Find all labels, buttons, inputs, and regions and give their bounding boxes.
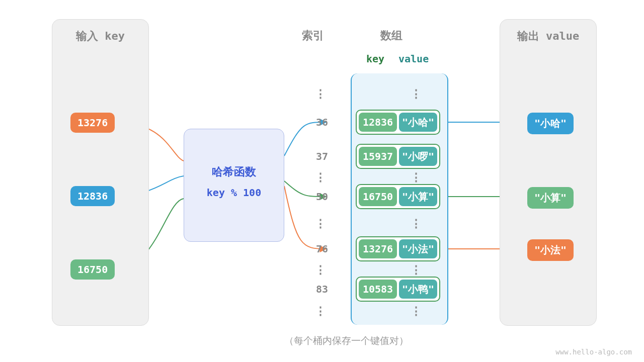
index-4: 83 [308,283,328,295]
caption: （每个桶内保存一个键值对） [284,334,409,347]
dots-icon: ⋮ [411,263,421,276]
bucket-key: 10583 [359,280,397,299]
output-value-0: "小哈" [527,113,574,134]
output-panel: 输出 value [500,19,597,326]
input-panel: 输入 key [52,19,149,326]
bucket-key: 16750 [359,187,397,206]
hash-title: 哈希函数 [184,164,284,179]
input-key-0: 13276 [70,113,115,133]
index-3: 76 [308,243,328,255]
bucket-value: "小哈" [399,113,437,132]
output-value-1: "小算" [527,187,574,209]
index-2: 50 [308,191,328,203]
array-column-title: 数组 [380,28,403,43]
dots-icon: ⋮ [411,171,421,184]
index-1: 37 [308,150,328,162]
dots-icon: ⋮ [315,305,325,317]
input-key-2: 16750 [70,259,115,280]
index-0: 36 [308,116,328,128]
bucket-1: 15937 "小啰" [356,144,440,169]
output-panel-title: 输出 value [500,29,596,44]
input-key-1: 12836 [70,186,115,206]
footer-link: www.hello-algo.com [555,348,632,356]
bucket-key: 12836 [359,113,397,132]
bucket-0: 12836 "小哈" [356,110,440,135]
output-value-2: "小法" [527,239,574,261]
index-column-title: 索引 [302,28,324,43]
value-subtitle: value [398,53,429,65]
dots-icon: ⋮ [315,217,325,230]
bucket-2: 16750 "小算" [356,184,440,209]
dots-icon: ⋮ [315,171,325,184]
bucket-value: "小法" [399,239,437,258]
dots-icon: ⋮ [315,263,325,276]
bucket-3: 13276 "小法" [356,236,440,261]
hash-function-box: 哈希函数 key % 100 [184,129,284,242]
bucket-4: 10583 "小鸭" [356,277,440,302]
bucket-key: 13276 [359,239,397,258]
key-subtitle: key [366,53,384,65]
dots-icon: ⋮ [411,87,421,100]
dots-icon: ⋮ [411,305,421,317]
dots-icon: ⋮ [411,217,421,230]
bucket-value: "小啰" [399,147,437,166]
bucket-key: 15937 [359,147,397,166]
dots-icon: ⋮ [315,87,325,100]
bucket-value: "小算" [399,187,437,206]
bucket-value: "小鸭" [399,280,437,299]
hash-formula: key % 100 [184,187,284,199]
input-panel-title: 输入 key [52,29,148,44]
